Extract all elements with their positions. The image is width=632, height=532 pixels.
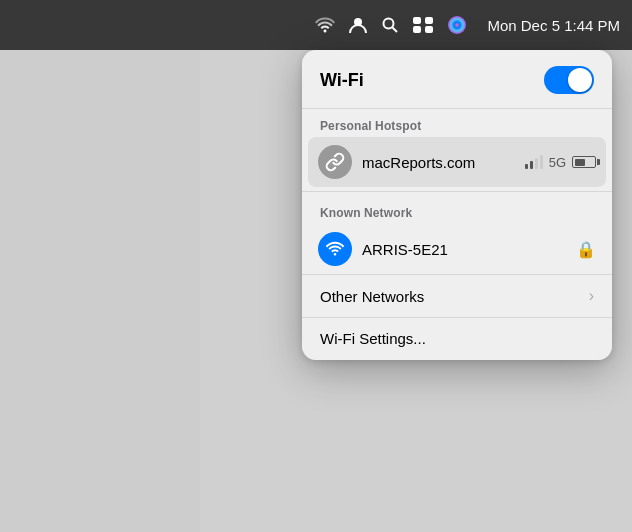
svg-rect-4 xyxy=(425,17,433,24)
hotspot-network-meta: 5G xyxy=(525,155,596,170)
wifi-toggle[interactable] xyxy=(544,66,594,94)
user-icon[interactable] xyxy=(349,16,367,34)
wifi-title: Wi-Fi xyxy=(320,70,364,91)
svg-rect-3 xyxy=(413,17,421,24)
svg-line-2 xyxy=(393,28,398,33)
menubar: Mon Dec 5 1:44 PM xyxy=(0,0,632,50)
svg-point-7 xyxy=(448,16,466,34)
known-network-name: ARRIS-5E21 xyxy=(362,241,566,258)
known-network-row[interactable]: ARRIS-5E21 🔒 xyxy=(302,224,612,274)
battery-icon xyxy=(572,156,596,168)
wifi-icon[interactable] xyxy=(315,17,335,33)
hotspot-link-icon xyxy=(318,145,352,179)
wifi-dropdown: Wi-Fi Personal Hotspot macReports.com xyxy=(302,50,612,360)
signal-bars-icon xyxy=(525,155,543,169)
network-band: 5G xyxy=(549,155,566,170)
svg-rect-6 xyxy=(425,26,433,33)
background-content xyxy=(0,50,200,532)
siri-icon[interactable] xyxy=(447,15,467,35)
chevron-right-icon: › xyxy=(589,287,594,305)
wifi-settings-label: Wi-Fi Settings... xyxy=(320,330,426,347)
wifi-circle-icon xyxy=(318,232,352,266)
known-network-section: Known Network ARRIS-5E21 🔒 xyxy=(302,196,612,274)
menubar-icons: Mon Dec 5 1:44 PM xyxy=(315,15,620,35)
wifi-toggle-row: Wi-Fi xyxy=(302,50,612,109)
personal-hotspot-section: Personal Hotspot macReports.com 5G xyxy=(302,109,612,187)
control-center-icon[interactable] xyxy=(413,17,433,33)
svg-point-1 xyxy=(384,19,394,29)
other-networks-row[interactable]: Other Networks › xyxy=(302,274,612,318)
toggle-knob xyxy=(568,68,592,92)
hotspot-network-name: macReports.com xyxy=(362,154,515,171)
wifi-settings-row[interactable]: Wi-Fi Settings... xyxy=(302,318,612,360)
known-network-header: Known Network xyxy=(302,196,612,224)
personal-hotspot-header: Personal Hotspot xyxy=(302,109,612,137)
svg-rect-5 xyxy=(413,26,421,33)
divider-1 xyxy=(302,191,612,192)
lock-icon: 🔒 xyxy=(576,240,596,259)
other-networks-label: Other Networks xyxy=(320,288,424,305)
menubar-clock: Mon Dec 5 1:44 PM xyxy=(487,17,620,34)
search-icon[interactable] xyxy=(381,16,399,34)
hotspot-network-row[interactable]: macReports.com 5G xyxy=(308,137,606,187)
